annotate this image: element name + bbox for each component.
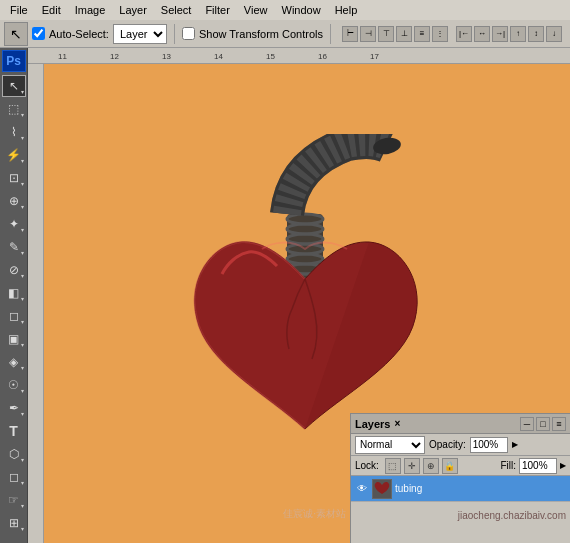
dist-bottom-icon[interactable]: ↓	[546, 26, 562, 42]
auto-select-group: Auto-Select:	[32, 27, 109, 40]
magic-wand-btn[interactable]: ⚡▾	[2, 144, 26, 166]
notes-btn[interactable]: ☞▾	[2, 489, 26, 511]
layer-name: tubing	[395, 483, 566, 494]
dist-top-icon[interactable]: ↑	[510, 26, 526, 42]
watermark-url: jiaocheng.chazibaiv.com	[458, 510, 566, 521]
fill-input[interactable]	[519, 458, 557, 474]
brush-btn[interactable]: ✎▾	[2, 236, 26, 258]
layers-blend-toolbar: Normal Opacity: ▶	[351, 434, 570, 456]
ruler-top: 11 12 13 14 15 16 17	[28, 48, 570, 64]
layers-tab: Layers ×	[355, 418, 400, 430]
history-brush-btn[interactable]: ◧▾	[2, 282, 26, 304]
path-select-btn[interactable]: ⬡▾	[2, 443, 26, 465]
toolbar-sep-1	[174, 24, 175, 44]
menu-view[interactable]: View	[238, 2, 274, 18]
distribute-icons-group: |← ↔ →| ↑ ↕ ↓	[456, 26, 562, 42]
align-left-icon[interactable]: ⊢	[342, 26, 358, 42]
layers-lock-row: Lock: ⬚ ✛ ⊕ 🔒 Fill: ▶	[351, 456, 570, 476]
type-btn[interactable]: T	[2, 420, 26, 442]
blur-btn[interactable]: ◈▾	[2, 351, 26, 373]
lock-move-btn[interactable]: ⊕	[423, 458, 439, 474]
canvas-area[interactable]: 11 12 13 14 15 16 17	[28, 48, 570, 543]
transform-controls-label: Show Transform Controls	[199, 28, 323, 40]
menu-file[interactable]: File	[4, 2, 34, 18]
auto-select-label: Auto-Select:	[49, 28, 109, 40]
lock-label: Lock:	[355, 460, 379, 471]
fill-arrow[interactable]: ▶	[560, 461, 566, 470]
opacity-arrow[interactable]: ▶	[512, 440, 518, 449]
auto-select-checkbox[interactable]	[32, 27, 45, 40]
align-center-h-icon[interactable]: ⊣	[360, 26, 376, 42]
lasso-tool-btn[interactable]: ⌇▾	[2, 121, 26, 143]
menu-edit[interactable]: Edit	[36, 2, 67, 18]
shape-btn[interactable]: ◻▾	[2, 466, 26, 488]
menu-help[interactable]: Help	[329, 2, 364, 18]
opacity-label: Opacity:	[429, 439, 466, 450]
align-bottom-icon[interactable]: ⋮	[432, 26, 448, 42]
align-middle-icon[interactable]: ≡	[414, 26, 430, 42]
layers-panel: Layers × ─ □ ≡ Normal Opacity: ▶ Lock:	[350, 413, 570, 543]
eyedropper2-btn[interactable]: ⊞▾	[2, 512, 26, 534]
layer-select[interactable]: Layer	[113, 24, 167, 44]
move-tool-button[interactable]: ↖	[4, 22, 28, 46]
transform-controls-group: Show Transform Controls	[182, 27, 323, 40]
lock-position-btn[interactable]: ✛	[404, 458, 420, 474]
toolbar: ↖ Auto-Select: Layer Show Transform Cont…	[0, 20, 570, 48]
toolbar-sep-2	[330, 24, 331, 44]
dist-right-icon[interactable]: →|	[492, 26, 508, 42]
ps-logo: Ps	[2, 50, 26, 72]
main-area: Ps ↖▾ ⬚▾ ⌇▾ ⚡▾ ⊡▾ ⊕▾ ✦▾ ✎▾ ⊘▾ ◧▾ ◻▾ ▣▾ ◈…	[0, 48, 570, 543]
align-right-icon[interactable]: ⊤	[378, 26, 394, 42]
eraser-btn[interactable]: ◻▾	[2, 305, 26, 327]
layers-header-buttons: ─ □ ≡	[520, 417, 566, 431]
crop-tool-btn[interactable]: ⊡▾	[2, 167, 26, 189]
lock-pixels-btn[interactable]: ⬚	[385, 458, 401, 474]
menu-filter[interactable]: Filter	[199, 2, 235, 18]
layer-row[interactable]: 👁 tubing	[351, 476, 570, 502]
lock-all-btn[interactable]: 🔒	[442, 458, 458, 474]
layer-thumbnail	[372, 479, 392, 499]
blend-mode-select[interactable]: Normal	[355, 436, 425, 454]
menu-select[interactable]: Select	[155, 2, 198, 18]
watermark-cn: 佳宸诚·素材站	[283, 507, 346, 521]
transform-icons-group: ⊢ ⊣ ⊤ ⊥ ≡ ⋮	[342, 26, 448, 42]
layers-maximize-btn[interactable]: □	[536, 417, 550, 431]
transform-controls-checkbox[interactable]	[182, 27, 195, 40]
menu-bar: File Edit Image Layer Select Filter View…	[0, 0, 570, 20]
toolbox: Ps ↖▾ ⬚▾ ⌇▾ ⚡▾ ⊡▾ ⊕▾ ✦▾ ✎▾ ⊘▾ ◧▾ ◻▾ ▣▾ ◈…	[0, 48, 28, 543]
opacity-input[interactable]	[470, 437, 508, 453]
clone-stamp-btn[interactable]: ⊘▾	[2, 259, 26, 281]
dist-middle-icon[interactable]: ↕	[528, 26, 544, 42]
menu-image[interactable]: Image	[69, 2, 112, 18]
layers-tab-close[interactable]: ×	[394, 418, 400, 429]
layer-visibility-eye[interactable]: 👁	[355, 482, 369, 496]
marquee-tool-btn[interactable]: ⬚▾	[2, 98, 26, 120]
healing-brush-btn[interactable]: ✦▾	[2, 213, 26, 235]
pen-btn[interactable]: ✒▾	[2, 397, 26, 419]
fill-label: Fill:	[500, 460, 516, 471]
dist-center-h-icon[interactable]: ↔	[474, 26, 490, 42]
ruler-left	[28, 64, 44, 543]
layers-panel-header: Layers × ─ □ ≡	[351, 414, 570, 434]
align-top-icon[interactable]: ⊥	[396, 26, 412, 42]
gradient-btn[interactable]: ▣▾	[2, 328, 26, 350]
dodge-btn[interactable]: ☉▾	[2, 374, 26, 396]
menu-window[interactable]: Window	[276, 2, 327, 18]
dist-left-icon[interactable]: |←	[456, 26, 472, 42]
layers-minimize-btn[interactable]: ─	[520, 417, 534, 431]
menu-layer[interactable]: Layer	[113, 2, 153, 18]
eyedropper-btn[interactable]: ⊕▾	[2, 190, 26, 212]
move-tool-btn[interactable]: ↖▾	[2, 75, 26, 97]
layers-menu-btn[interactable]: ≡	[552, 417, 566, 431]
layers-title: Layers	[355, 418, 390, 430]
